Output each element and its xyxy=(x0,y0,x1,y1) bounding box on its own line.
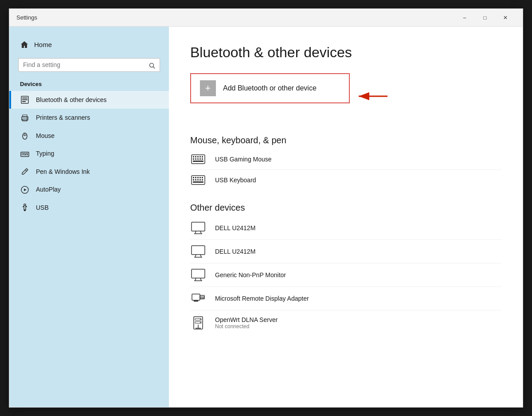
svg-rect-22 xyxy=(27,154,28,155)
sidebar-item-pen[interactable]: Pen & Windows Ink xyxy=(9,163,169,181)
svg-rect-52 xyxy=(193,179,194,181)
svg-rect-62 xyxy=(192,246,205,255)
add-plus-icon: + xyxy=(200,80,216,96)
svg-rect-37 xyxy=(197,156,199,157)
sidebar: Home Devices xyxy=(9,27,169,407)
svg-rect-56 xyxy=(202,179,203,181)
bluetooth-icon xyxy=(20,95,30,105)
window-title: Settings xyxy=(16,14,454,21)
close-button[interactable]: ✕ xyxy=(495,9,516,27)
list-item: DELL U2412M xyxy=(190,240,501,263)
sidebar-item-typing-label: Typing xyxy=(36,150,54,157)
sidebar-item-mouse[interactable]: Mouse xyxy=(9,127,169,145)
sidebar-item-home[interactable]: Home xyxy=(9,35,169,54)
sidebar-item-printers[interactable]: Printers & scanners xyxy=(9,109,169,127)
svg-rect-49 xyxy=(197,177,199,178)
sidebar-item-autoplay[interactable]: AutoPlay xyxy=(9,181,169,199)
svg-point-9 xyxy=(27,118,27,118)
device-name: OpenWrt DLNA Server xyxy=(215,316,278,323)
svg-rect-57 xyxy=(193,181,203,183)
sidebar-item-mouse-label: Mouse xyxy=(36,132,55,139)
svg-line-64 xyxy=(200,255,201,257)
monitor-icon xyxy=(190,245,206,258)
svg-rect-47 xyxy=(193,177,194,178)
sidebar-item-bluetooth-label: Bluetooth & other devices xyxy=(36,96,107,103)
search-icon xyxy=(149,61,155,68)
server-icon xyxy=(190,316,206,330)
annotation-arrow xyxy=(354,87,390,105)
sidebar-item-autoplay-label: AutoPlay xyxy=(36,186,61,193)
svg-rect-70 xyxy=(192,294,200,300)
svg-rect-31 xyxy=(26,206,27,207)
window-content: Home Devices xyxy=(9,27,523,407)
svg-point-81 xyxy=(200,319,201,320)
list-item: USB Gaming Mouse xyxy=(190,149,501,170)
list-item: Microsoft Remote Display Adapter xyxy=(190,287,501,310)
printer-icon xyxy=(20,113,30,122)
home-icon xyxy=(20,40,29,49)
svg-rect-30 xyxy=(23,206,23,207)
svg-rect-15 xyxy=(23,153,24,154)
maximize-button[interactable]: □ xyxy=(475,9,495,27)
svg-line-60 xyxy=(200,231,201,234)
autoplay-icon xyxy=(20,185,30,194)
sidebar-item-bluetooth[interactable]: Bluetooth & other devices xyxy=(9,91,169,109)
svg-rect-44 xyxy=(202,158,203,160)
window-controls: – □ ✕ xyxy=(454,9,516,27)
add-device-label: Add Bluetooth or other device xyxy=(223,84,317,92)
adapter-icon xyxy=(190,292,206,305)
list-item: DELL U2412M xyxy=(190,216,501,240)
svg-rect-21 xyxy=(24,154,26,155)
list-item: Generic Non-PnP Monitor xyxy=(190,263,501,287)
device-name: Microsoft Remote Display Adapter xyxy=(215,295,309,302)
device-name: DELL U2412M xyxy=(215,248,255,255)
add-device-button[interactable]: + Add Bluetooth or other device xyxy=(190,73,350,103)
mouse-keyboard-section: Mouse, keyboard, & pen xyxy=(190,135,501,190)
svg-rect-75 xyxy=(194,300,198,302)
svg-rect-36 xyxy=(195,156,196,157)
svg-rect-50 xyxy=(200,177,201,178)
svg-rect-14 xyxy=(22,153,23,154)
svg-line-67 xyxy=(195,278,196,281)
search-box[interactable] xyxy=(18,58,160,71)
device-status: Not connected xyxy=(215,323,278,330)
typing-icon xyxy=(20,149,30,158)
svg-line-59 xyxy=(195,231,196,234)
section-title-other: Other devices xyxy=(190,203,501,213)
svg-rect-19 xyxy=(22,154,23,155)
sidebar-item-printers-label: Printers & scanners xyxy=(36,114,90,121)
device-name: USB Keyboard xyxy=(215,177,256,184)
svg-line-23 xyxy=(25,170,27,171)
svg-rect-53 xyxy=(195,179,196,181)
svg-rect-45 xyxy=(193,161,203,162)
svg-marker-25 xyxy=(24,188,27,191)
device-name: USB Gaming Mouse xyxy=(215,156,272,163)
svg-rect-40 xyxy=(193,158,194,160)
sidebar-item-typing[interactable]: Typing xyxy=(9,145,169,163)
mouse-icon xyxy=(20,131,30,141)
usb-icon xyxy=(20,203,30,212)
svg-rect-66 xyxy=(192,269,205,278)
svg-rect-51 xyxy=(202,177,203,178)
svg-line-63 xyxy=(195,255,196,257)
svg-point-82 xyxy=(200,322,201,323)
keyboard-icon xyxy=(190,175,206,185)
svg-rect-3 xyxy=(22,98,27,98)
svg-rect-17 xyxy=(26,153,27,154)
svg-rect-41 xyxy=(195,158,196,160)
list-item: USB Keyboard xyxy=(190,170,501,190)
search-input[interactable] xyxy=(23,61,145,68)
other-devices-section: Other devices DELL U2412M xyxy=(190,203,501,335)
devices-section-label: Devices xyxy=(9,79,169,91)
minimize-button[interactable]: – xyxy=(454,9,475,27)
monitor-icon xyxy=(190,269,206,281)
svg-rect-27 xyxy=(24,209,26,211)
svg-line-68 xyxy=(200,278,201,281)
svg-rect-16 xyxy=(24,153,25,154)
sidebar-item-usb[interactable]: USB xyxy=(9,199,169,217)
sidebar-item-pen-label: Pen & Windows Ink xyxy=(36,168,90,175)
svg-rect-5 xyxy=(22,101,26,102)
keyboard-icon xyxy=(190,154,206,164)
section-title-mouse-keyboard: Mouse, keyboard, & pen xyxy=(190,135,501,145)
pen-icon xyxy=(20,167,30,177)
